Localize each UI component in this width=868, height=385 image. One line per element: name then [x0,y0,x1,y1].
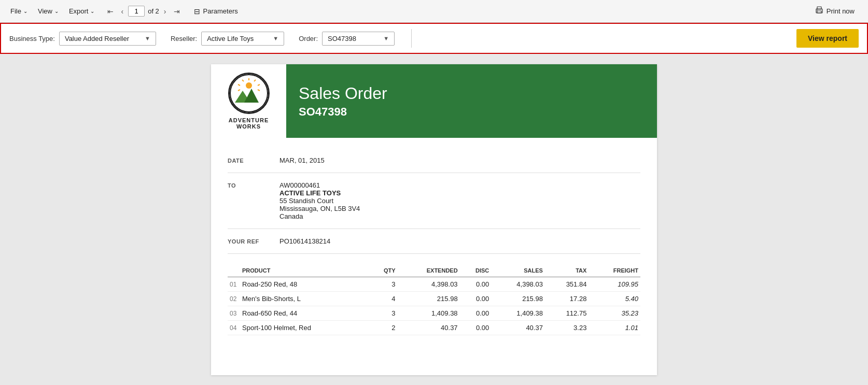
to-address1: 55 Standish Court [279,197,640,205]
col-tax: TAX [545,264,589,277]
print-now-button[interactable]: Print now [808,3,862,19]
row-freight: 1.01 [589,321,640,335]
row-product: Men's Bib-Shorts, L [240,292,369,306]
row-freight: 109.95 [589,277,640,292]
to-row: TO AW00000461 ACTIVE LIFE TOYS 55 Standi… [228,173,640,229]
export-menu-button[interactable]: Export ⌄ [65,5,99,17]
business-type-select[interactable]: Value Added Reseller ▼ [59,32,156,46]
row-tax: 3.23 [545,321,589,335]
to-value: AW00000461 ACTIVE LIFE TOYS 55 Standish … [279,181,640,220]
svg-point-7 [246,82,252,89]
report-title: Sales Order [299,84,645,103]
printer-icon [815,6,823,16]
filter-icon: ⊟ [194,7,200,16]
row-sales: 40.37 [491,321,545,335]
nav-first-button[interactable]: ⇤ [105,6,116,17]
row-tax: 351.84 [545,277,589,292]
page-number-input[interactable]: 1 [128,6,145,17]
row-num: 02 [228,292,240,306]
view-chevron-icon: ⌄ [54,8,59,14]
file-menu-button[interactable]: File ⌄ [6,5,32,17]
col-freight: FREIGHT [589,264,640,277]
order-label: Order: [299,35,318,42]
table-row: 03 Road-650 Red, 44 3 1,409.38 0.00 1,40… [228,306,640,321]
company-name: ADVENTUREWORKS [229,117,269,130]
order-chevron-icon: ▼ [383,35,389,41]
row-product: Road-650 Red, 44 [240,306,369,321]
report-page: ADVENTUREWORKS Sales Order SO47398 DATE … [211,64,657,375]
svg-rect-2 [817,11,821,13]
row-disc: 0.00 [460,292,492,306]
parameters-button[interactable]: ⊟ Parameters [189,5,243,18]
company-logo: ADVENTUREWORKS [211,64,286,138]
to-account: AW00000461 [279,181,640,189]
reseller-group: Reseller: Active Life Toys ▼ [171,32,284,46]
content-area: ADVENTUREWORKS Sales Order SO47398 DATE … [0,54,868,385]
params-separator [411,29,412,48]
table-row: 04 Sport-100 Helmet, Red 2 40.37 0.00 40… [228,321,640,335]
row-num: 01 [228,277,240,292]
reseller-value: Active Life Toys [207,35,257,42]
svg-point-3 [817,10,818,11]
date-label: DATE [228,156,279,164]
row-tax: 112.75 [545,306,589,321]
col-sales: SALES [491,264,545,277]
row-sales: 1,409.38 [491,306,545,321]
row-disc: 0.00 [460,306,492,321]
row-extended: 40.37 [398,321,460,335]
row-freight: 35.23 [589,306,640,321]
col-qty: QTY [369,264,397,277]
row-qty: 3 [369,306,397,321]
print-label: Print now [827,7,855,15]
to-label: TO [228,181,279,189]
row-qty: 2 [369,321,397,335]
to-address3: Canada [279,212,640,220]
table-row: 01 Road-250 Red, 48 3 4,398.03 0.00 4,39… [228,277,640,292]
date-row: DATE MAR, 01, 2015 [228,148,640,173]
row-num: 04 [228,321,240,335]
reseller-select[interactable]: Active Life Toys ▼ [201,32,284,46]
logo-circle [228,73,270,114]
file-label: File [10,7,21,15]
row-num: 03 [228,306,240,321]
file-chevron-icon: ⌄ [23,8,27,14]
page-of-text: of 2 [148,7,159,15]
order-table: PRODUCT QTY EXTENDED DISC SALES TAX FREI… [228,264,640,335]
row-extended: 4,398.03 [398,277,460,292]
row-sales: 4,398.03 [491,277,545,292]
your-ref-row: YOUR REF PO10614138214 [228,229,640,254]
col-product: PRODUCT [240,264,369,277]
view-report-button[interactable]: View report [796,29,859,48]
row-freight: 5.40 [589,292,640,306]
export-label: Export [69,7,89,15]
toolbar-right: Print now [808,3,862,19]
row-product: Road-250 Red, 48 [240,277,369,292]
nav-next-button[interactable]: › [161,6,169,17]
row-disc: 0.00 [460,277,492,292]
your-ref-value: PO10614138214 [279,237,640,245]
row-disc: 0.00 [460,321,492,335]
report-body: DATE MAR, 01, 2015 TO AW00000461 ACTIVE … [211,138,657,346]
toolbar: File ⌄ View ⌄ Export ⌄ ⇤ ‹ 1 of 2 › ⇥ ⊟ … [0,0,868,23]
row-product: Sport-100 Helmet, Red [240,321,369,335]
your-ref-label: YOUR REF [228,237,279,245]
order-value: SO47398 [328,35,368,42]
to-address2: Mississauga, ON, L5B 3V4 [279,205,640,212]
export-chevron-icon: ⌄ [90,8,94,14]
col-disc: DISC [460,264,492,277]
parameters-bar: Business Type: Value Added Reseller ▼ Re… [0,23,868,54]
order-select[interactable]: SO47398 ▼ [322,32,395,46]
view-label: View [38,7,52,15]
business-type-label: Business Type: [9,35,55,42]
row-qty: 3 [369,277,397,292]
parameters-label: Parameters [203,7,238,15]
nav-prev-button[interactable]: ‹ [118,6,126,17]
row-qty: 4 [369,292,397,306]
business-type-value: Value Added Reseller [65,35,129,42]
view-menu-button[interactable]: View ⌄ [34,5,63,17]
report-order-number: SO47398 [299,105,645,119]
order-table-section: PRODUCT QTY EXTENDED DISC SALES TAX FREI… [228,264,640,335]
reseller-chevron-icon: ▼ [273,35,278,41]
row-extended: 1,409.38 [398,306,460,321]
nav-last-button[interactable]: ⇥ [171,6,183,17]
